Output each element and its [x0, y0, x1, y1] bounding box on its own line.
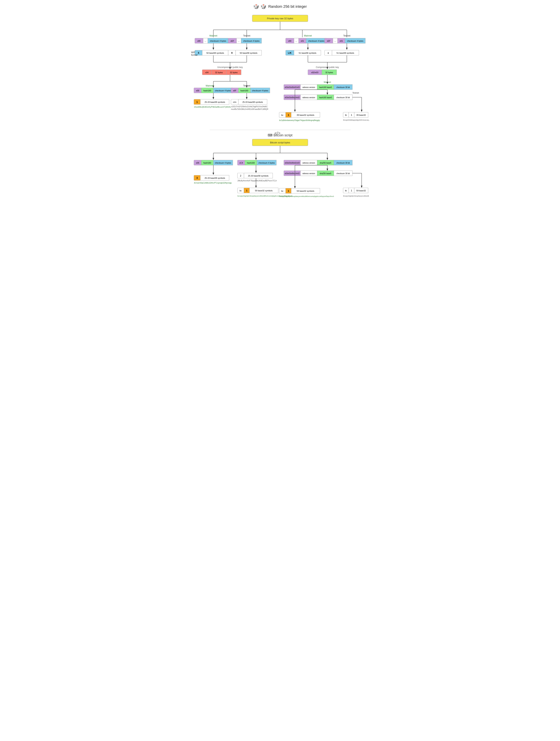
svg-text:checksum 4 bytes: checksum 4 bytes [243, 40, 259, 42]
svg-text:1: 1 [288, 114, 289, 116]
p2sh-result-box: 3 25-33 base58 symbols [194, 175, 229, 181]
script-bc1-box: bc 1 59 base32 symbols [238, 188, 278, 193]
svg-text:Mainnet: Mainnet [324, 81, 331, 83]
page-wrapper: 🎲 🎲 Random 256 bit integer Private key r… [191, 4, 369, 208]
p2pkh-mainnet-result: 1 25-33 base58 symbols [194, 99, 229, 105]
svg-text:Bitcoin script bytes: Bitcoin script bytes [270, 141, 290, 144]
compressed-pubkey-box: x02/x03 32 bytes [308, 70, 336, 75]
svg-text:checksum 4 bytes: checksum 4 bytes [252, 89, 268, 92]
svg-text:9: 9 [231, 52, 233, 54]
script-tb1-box: tb 1 59 base32 [343, 188, 368, 193]
svg-text:32 bytes: 32 bytes [215, 71, 223, 74]
svg-text:</>: </> [274, 131, 281, 135]
svg-text:hash160: hash160 [203, 162, 211, 164]
svg-text:5: 5 [198, 52, 199, 54]
svg-text:checksum 4 bytes: checksum 4 bytes [347, 40, 363, 42]
svg-text:59 base32 symbols: 59 base32 symbols [297, 190, 314, 192]
svg-text:25-33 base58 symbols: 25-33 base58 symbols [204, 177, 225, 179]
p2wsh-bytes-box: xC4 hash160 checksum 4 bytes [238, 160, 276, 165]
svg-text:n15DJ7nGF2f3hKicD1HbCNgRVUVut3: n15DJ7nGF2f3hKicD1HbCNgRVUVut34d6C [231, 106, 268, 108]
svg-text:32 bytes: 32 bytes [325, 71, 333, 74]
p2wsh-result-box: 2 25-33 base58 symbols [238, 173, 273, 178]
svg-text:Mainnet: Mainnet [205, 84, 213, 87]
svg-text:...: ... [204, 40, 206, 42]
bech32-mainnet-bytes: x03x03x00x02x03 witness version hash160 … [284, 84, 352, 90]
col3-bytes-box: x80 ... x01 checksum 4 bytes [286, 38, 326, 43]
page-title: 🎲 🎲 Random 256 bit integer [191, 4, 369, 9]
svg-text:x00: x00 [196, 89, 199, 92]
svg-text:bc: bc [240, 190, 242, 192]
svg-text:50 base58 symbols: 50 base58 symbols [206, 52, 224, 54]
svg-text:x01: x01 [339, 40, 343, 42]
svg-text:Private key raw 32 bytes: Private key raw 32 bytes [267, 17, 293, 20]
svg-text:59 base32: 59 base32 [356, 190, 366, 192]
svg-text:Testnet: Testnet [243, 35, 250, 37]
svg-text:15szEBeJj9JtiGnKyP4bGwMLxzzV7y: 15szEBeJj9JtiGnKyP4bGwMLxzzV7y8UhL [194, 106, 231, 108]
svg-text:bc1q6dsxtawvwsy33qgw74rjppu9z6: bc1q6dsxtawvwsy33qgw74rjppu9z6dngnq8tegg… [279, 119, 320, 121]
svg-text:Compressed public key: Compressed public key [316, 66, 339, 69]
svg-text:bc: bc [281, 190, 284, 192]
svg-text:x03x03x00x02x03: x03x03x00x02x03 [285, 86, 300, 88]
svg-text:sha256 base5: sha256 base5 [320, 162, 331, 164]
svg-text:c: c [327, 52, 329, 54]
p2pkh-testnet-box: x6F hash160 checksum 4 bytes [231, 88, 270, 93]
svg-text:xEF: xEF [231, 40, 234, 42]
script-bech32-testnet: x03x03x00x14x02 witness version sha256 b… [284, 171, 352, 176]
svg-text:checksum 4 bytes: checksum 4 bytes [258, 162, 275, 164]
svg-text:hash160: hash160 [203, 89, 211, 92]
col4-bytes-box: xEF ... x01 checksum 4 bytes [325, 38, 365, 43]
svg-text:checksum 4 bytes: checksum 4 bytes [215, 89, 231, 92]
dice-icon: 🎲 🎲 [253, 4, 266, 9]
bech32-bc1-box: bc 1 39 base32 symbols [279, 112, 320, 118]
svg-text:hash160: hash160 [247, 162, 254, 164]
svg-text:39 base32 symbols: 39 base32 symbols [297, 114, 314, 116]
svg-text:x05: x05 [196, 162, 199, 164]
svg-text:bc1qrp33g0q5c5txsp9arysrx4k6zd: bc1qrp33g0q5c5txsp9arysrx4k6zdkfs4nce4xj… [279, 195, 334, 197]
svg-text:x80: x80 [197, 40, 200, 42]
svg-text:tb1qw508d6qejxtdg4W5r3zarvary0: tb1qw508d6qejxtdg4W5r3zarvary0c5xw7kxpjz… [343, 119, 369, 121]
svg-text:bc: bc [281, 114, 284, 116]
svg-text:checksum 4 bytes: checksum 4 bytes [308, 40, 324, 42]
script-bytes-node: Bitcoin script bytes [252, 139, 308, 146]
p2sh-bytes-box: x05 hash160 checksum 4 bytes [194, 160, 233, 165]
col3-wif-box: L/K 51 base58 symbols [286, 50, 321, 55]
svg-text:checksum 30 bit: checksum 30 bit [336, 173, 350, 175]
svg-text:n/m: n/m [233, 101, 236, 103]
svg-text:checksum 30 bit: checksum 30 bit [336, 86, 350, 88]
svg-text:3CXaV43aC2AWL63HrcPTz1jmdpGDNy: 3CXaV43aC2AWL63HrcPTz1jmdpGDNyUwjp [194, 182, 232, 184]
svg-text:sha256 base5: sha256 base5 [320, 173, 331, 175]
col1-wif-box: 5 50 base58 symbols [195, 50, 228, 55]
svg-text:Testnet: Testnet [343, 35, 350, 37]
svg-text:1: 1 [288, 190, 289, 192]
private-key-node: Private key raw 32 bytes [252, 15, 308, 22]
svg-text:checksum 30 bit: checksum 30 bit [336, 162, 350, 164]
svg-text:xEF: xEF [327, 40, 330, 42]
svg-text:Uncompressed public key: Uncompressed public key [217, 66, 243, 69]
svg-text:25-33 base58 symbols: 25-33 base58 symbols [242, 101, 263, 103]
svg-text:51 base58 symbols: 51 base58 symbols [336, 52, 354, 54]
col4-wif-box: c 51 base58 symbols [325, 50, 359, 55]
svg-text:59 base32 symbols: 59 base32 symbols [255, 190, 272, 192]
bech32-testnet-bytes: x03x03x00x14x02 witness version hash160 … [284, 95, 352, 100]
svg-text:1: 1 [351, 114, 352, 116]
svg-text:x03x03x00x02x03: x03x03x00x02x03 [285, 162, 300, 164]
p2pkh-testnet-result: n/m 25-33 base58 symbols [231, 99, 267, 105]
script-bc1-center-box: bc 1 59 base32 symbols [279, 188, 320, 193]
svg-text:1: 1 [196, 100, 198, 104]
svg-text:checksum 4 bytes: checksum 4 bytes [210, 40, 226, 42]
svg-text:checksum 4 bytes: checksum 4 bytes [215, 162, 231, 164]
svg-text:tb1qrp33g0q5c5txsp9arysrx4k6zd: tb1qrp33g0q5c5txsp9arysrx4k6zdkfs4nce4xj… [343, 195, 369, 197]
svg-text:L/K: L/K [288, 52, 292, 54]
svg-text:25-33 base58 symbols: 25-33 base58 symbols [248, 175, 268, 177]
svg-text:xC4: xC4 [239, 162, 243, 164]
svg-text:Testnet: Testnet [243, 84, 250, 87]
svg-text:format: format [191, 54, 198, 56]
section1-diagram: Private key raw 32 bytes Mainnet x80 ... [191, 13, 369, 208]
svg-text:25-33 base58 symbols: 25-33 base58 symbols [204, 101, 225, 103]
svg-text:Mainnet: Mainnet [209, 35, 217, 37]
svg-text:32 bytes: 32 bytes [230, 71, 238, 74]
svg-text:tb: tb [345, 114, 347, 116]
svg-text:witness version: witness version [302, 86, 315, 88]
svg-text:witness version: witness version [302, 173, 315, 175]
script-bech32-mainnet: x03x03x00x02x03 witness version sha256 b… [284, 160, 352, 165]
